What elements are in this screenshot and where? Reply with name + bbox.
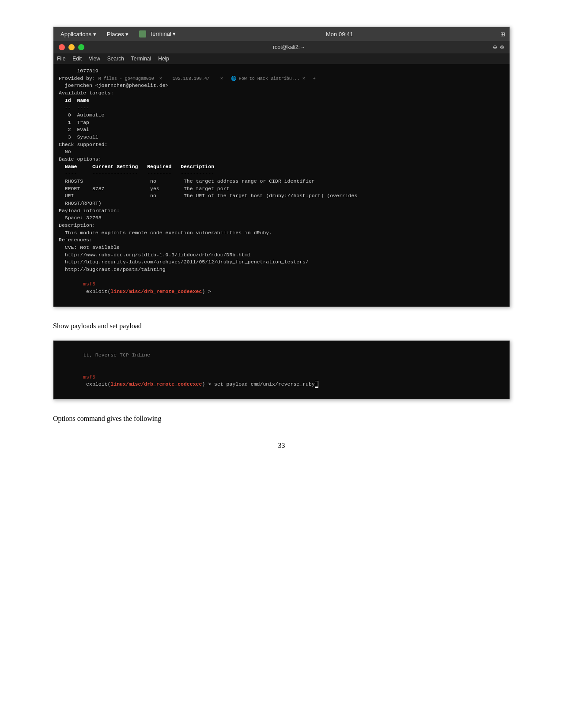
system-tray-icon: ⊞ — [500, 31, 505, 38]
window-title: root@kali2: ~ — [84, 44, 493, 50]
clock-display: Mon 09:41 — [326, 31, 353, 38]
terminal-basic-opts: Basic options: — [59, 156, 504, 163]
terminal-menu-item[interactable]: Terminal ▾ — [136, 30, 178, 39]
terminal-titlebar: root@kali2: ~ ⊖ ⊗ — [53, 41, 510, 53]
section2-description: Options command gives the following — [53, 415, 161, 422]
section1-description: Show payloads and set payload — [53, 322, 142, 330]
view-menu[interactable]: View — [89, 56, 100, 62]
terminal-target-3: 3 Syscall — [59, 134, 504, 141]
cursor-block: █ — [315, 381, 318, 388]
terminal-id-sep: -- ---- — [59, 104, 504, 112]
terminal-description: Description: — [59, 222, 504, 229]
terminal-rport: RPORT 8787 yes The target port — [59, 185, 504, 193]
terminal-avail-targets: Available targets: — [59, 90, 504, 97]
terminal-cve: CVE: Not available — [59, 244, 504, 251]
page-number: 33 — [53, 442, 510, 450]
terminal-space: Space: 32768 — [59, 214, 504, 222]
help-menu[interactable]: Help — [158, 56, 169, 62]
terminal-ref2: http://blog.recurity-labs.com/archives/2… — [59, 259, 504, 266]
terminal-label: Terminal ▾ — [150, 30, 176, 37]
minimize-button[interactable] — [68, 44, 75, 50]
terminal-target-2: 2 Eval — [59, 126, 504, 134]
terminal-body: 1077819 Provided by: M files - go4mugam0… — [53, 64, 510, 307]
file-menu[interactable]: File — [57, 56, 65, 62]
top-bar-right: ⊞ — [500, 31, 505, 38]
terminal-ref3: http://bugkraut.de/posts/tainting — [59, 266, 504, 274]
edit-menu[interactable]: Edit — [72, 56, 82, 62]
terminal-opts-header: Name Current Setting Required Descriptio… — [59, 163, 504, 171]
terminal-target-0: 0 Automatic — [59, 112, 504, 119]
terminal-screenshot: Applications ▾ Places ▾ Terminal ▾ Mon 0… — [53, 26, 510, 307]
terminal-prompt-line: msf5 exploit(linux/misc/drb_remote_codee… — [59, 274, 504, 303]
terminal-uri2: RHOST/RPORT) — [59, 200, 504, 207]
places-menu[interactable]: Places ▾ — [104, 30, 132, 38]
msf-prompt-label: msf5 — [83, 281, 95, 287]
msf-prompt-2: msf5 — [83, 374, 95, 380]
terminal-menu-bar: File Edit View Search Terminal Help — [53, 53, 510, 64]
terminal-opts-sep: ---- --------------- -------- ----------… — [59, 170, 504, 178]
terminal-body-2: tt, Reverse TCP Inline msf5 exploit(linu… — [53, 341, 510, 399]
terminal-icon — [139, 30, 146, 38]
section2-text: Options command gives the following — [53, 413, 510, 424]
terminal-desc-text: This module exploits remote code executi… — [59, 229, 504, 237]
terminal-rhosts: RHOSTS no The target address range or CI… — [59, 178, 504, 185]
terminal-check: Check supported: — [59, 141, 504, 149]
maximize-button[interactable] — [78, 44, 84, 50]
terminal-references: References: — [59, 236, 504, 244]
search-menu[interactable]: Search — [107, 56, 124, 62]
applications-menu[interactable]: Applications ▾ — [58, 30, 99, 38]
gnome-top-bar: Applications ▾ Places ▾ Terminal ▾ Mon 0… — [53, 27, 510, 41]
terminal2-line1: tt, Reverse TCP Inline — [59, 344, 504, 366]
terminal2-prompt: msf5 exploit(linux/misc/drb_remote_codee… — [59, 366, 504, 396]
window-buttons: ⊖ ⊗ — [493, 44, 504, 50]
terminal-screenshot-2: tt, Reverse TCP Inline msf5 exploit(linu… — [53, 340, 510, 400]
page: Applications ▾ Places ▾ Terminal ▾ Mon 0… — [0, 0, 563, 728]
line-num: 1077819 — [77, 68, 98, 74]
close-button[interactable] — [59, 44, 65, 50]
terminal-id-name-header: Id Name — [59, 97, 504, 105]
terminal-line-2: Provided by: M files - go4mugam010 × 192… — [59, 75, 504, 83]
terminal-app-menu[interactable]: Terminal — [131, 56, 151, 62]
terminal-line-1: 1077819 — [59, 68, 504, 75]
terminal-payload-info: Payload information: — [59, 207, 504, 215]
terminal-target-1: 1 Trap — [59, 119, 504, 127]
window-controls — [59, 44, 84, 50]
top-bar-left: Applications ▾ Places ▾ Terminal ▾ — [58, 30, 179, 39]
page-num-value: 33 — [278, 442, 285, 449]
terminal-ref1: http://www.ruby-doc.org/stdlib-1.9.3/lib… — [59, 251, 504, 259]
terminal-line-3: joernchen <joernchen@phenoelit.de> — [59, 82, 504, 90]
terminal-uri: URI no The URI of the target host (druby… — [59, 192, 504, 200]
terminal-check-val: No — [59, 148, 504, 156]
section1-text: Show payloads and set payload — [53, 320, 510, 332]
